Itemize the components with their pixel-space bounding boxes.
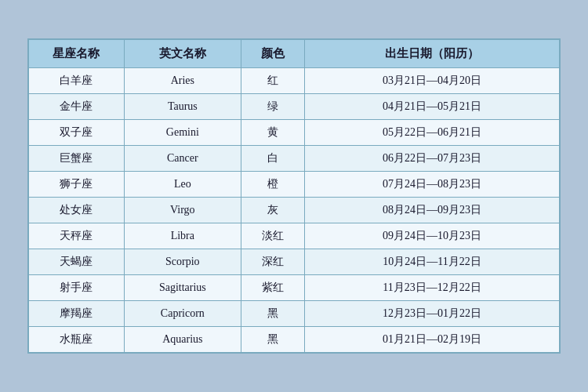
zodiac-table-container: 星座名称 英文名称 颜色 出生日期（阳历） 白羊座Aries红03月21日—04… [27,38,561,354]
cell-english: Scorpio [124,249,241,275]
table-row: 金牛座Taurus绿04月21日—05月21日 [29,94,560,120]
cell-chinese: 射手座 [29,275,125,301]
cell-date: 03月21日—04月20日 [305,68,560,94]
table-row: 狮子座Leo橙07月24日—08月23日 [29,172,560,198]
table-row: 巨蟹座Cancer白06月22日—07月23日 [29,146,560,172]
cell-date: 07月24日—08月23日 [305,172,560,198]
cell-color: 黑 [241,327,304,353]
header-date: 出生日期（阳历） [305,40,560,68]
cell-chinese: 天秤座 [29,223,125,249]
cell-date: 12月23日—01月22日 [305,301,560,327]
cell-date: 09月24日—10月23日 [305,223,560,249]
table-row: 白羊座Aries红03月21日—04月20日 [29,68,560,94]
cell-color: 白 [241,146,304,172]
cell-chinese: 摩羯座 [29,301,125,327]
cell-chinese: 狮子座 [29,172,125,198]
header-chinese: 星座名称 [29,40,125,68]
table-row: 天蝎座Scorpio深红10月24日—11月22日 [29,249,560,275]
table-row: 天秤座Libra淡红09月24日—10月23日 [29,223,560,249]
cell-date: 11月23日—12月22日 [305,275,560,301]
table-header-row: 星座名称 英文名称 颜色 出生日期（阳历） [29,40,560,68]
cell-date: 01月21日—02月19日 [305,327,560,353]
cell-english: Virgo [124,198,241,223]
cell-date: 04月21日—05月21日 [305,94,560,120]
table-row: 双子座Gemini黄05月22日—06月21日 [29,120,560,146]
cell-english: Sagittarius [124,275,241,301]
cell-english: Capricorn [124,301,241,327]
cell-color: 橙 [241,172,304,198]
cell-color: 淡红 [241,223,304,249]
cell-color: 黄 [241,120,304,146]
cell-date: 06月22日—07月23日 [305,146,560,172]
cell-english: Aries [124,68,241,94]
cell-english: Taurus [124,94,241,120]
cell-chinese: 巨蟹座 [29,146,125,172]
cell-english: Libra [124,223,241,249]
header-english: 英文名称 [124,40,241,68]
table-body: 白羊座Aries红03月21日—04月20日金牛座Taurus绿04月21日—0… [29,68,560,353]
cell-color: 绿 [241,94,304,120]
cell-chinese: 天蝎座 [29,249,125,275]
cell-chinese: 白羊座 [29,68,125,94]
cell-color: 红 [241,68,304,94]
zodiac-table: 星座名称 英文名称 颜色 出生日期（阳历） 白羊座Aries红03月21日—04… [28,39,560,353]
cell-date: 08月24日—09月23日 [305,198,560,223]
cell-english: Cancer [124,146,241,172]
cell-chinese: 金牛座 [29,94,125,120]
cell-english: Aquarius [124,327,241,353]
cell-chinese: 双子座 [29,120,125,146]
cell-color: 灰 [241,198,304,223]
cell-chinese: 水瓶座 [29,327,125,353]
table-row: 摩羯座Capricorn黑12月23日—01月22日 [29,301,560,327]
cell-date: 10月24日—11月22日 [305,249,560,275]
cell-date: 05月22日—06月21日 [305,120,560,146]
cell-english: Gemini [124,120,241,146]
header-color: 颜色 [241,40,304,68]
table-row: 处女座Virgo灰08月24日—09月23日 [29,198,560,223]
cell-english: Leo [124,172,241,198]
table-row: 水瓶座Aquarius黑01月21日—02月19日 [29,327,560,353]
cell-color: 紫红 [241,275,304,301]
table-row: 射手座Sagittarius紫红11月23日—12月22日 [29,275,560,301]
cell-color: 黑 [241,301,304,327]
cell-chinese: 处女座 [29,198,125,223]
cell-color: 深红 [241,249,304,275]
